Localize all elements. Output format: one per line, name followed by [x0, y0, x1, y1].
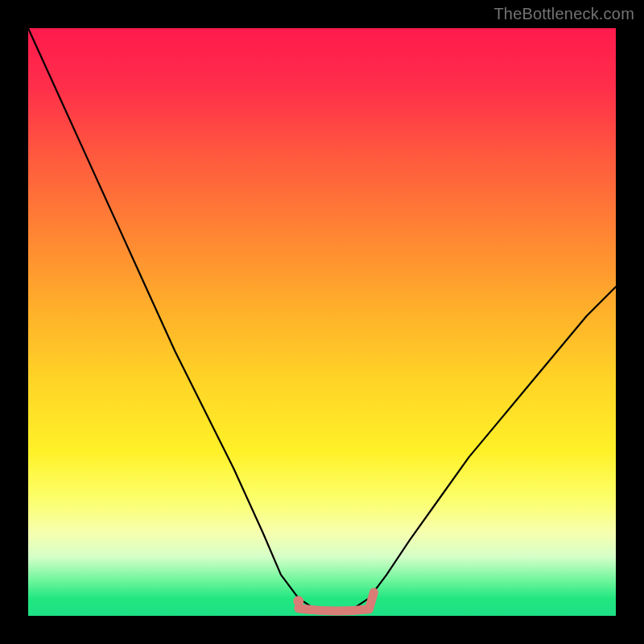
bottleneck-curve-svg: [28, 28, 616, 616]
chart-frame: TheBottleneck.com: [0, 0, 644, 644]
bottleneck-curve: [28, 28, 616, 610]
valley-marker-dot: [293, 596, 303, 606]
watermark-text: TheBottleneck.com: [493, 5, 634, 23]
chart-plot-area: [28, 28, 616, 616]
